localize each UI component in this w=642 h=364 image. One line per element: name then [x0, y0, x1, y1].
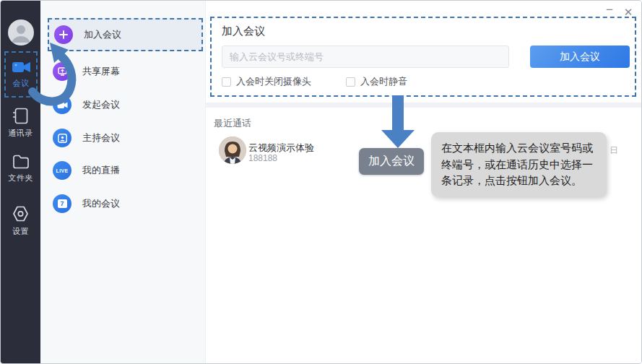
contact-avatar[interactable]: [219, 136, 246, 164]
menu-item-my-meetings[interactable]: 7 我的会议: [48, 187, 203, 220]
video-camera-icon: [53, 95, 71, 114]
sidebar-item-meeting[interactable]: 会议: [4, 51, 38, 98]
recent-call-number: 188188: [248, 153, 277, 163]
woman-portrait-icon: [219, 136, 246, 164]
sidebar-item-label: 文件夹: [8, 173, 33, 183]
main-content: − ✕ 加入会议 加入会议 入会时关闭摄像头 入会时静音 最近通话: [206, 1, 642, 363]
menu-item-label: 我的会议: [82, 197, 120, 210]
host-meeting-icon: [53, 129, 71, 147]
menu-item-my-live[interactable]: LIVE 我的直播: [48, 154, 203, 187]
minimize-button[interactable]: −: [602, 3, 617, 17]
sidebar-item-contacts[interactable]: 通讯录: [1, 108, 40, 139]
screen-share-icon: [53, 62, 71, 81]
calendar-icon-text: 7: [58, 199, 67, 208]
app-window: 会议 通讯录 文件夹 设置: [0, 0, 642, 364]
video-camera-icon: [12, 60, 31, 74]
menu-item-start-meeting[interactable]: 发起会议: [48, 88, 203, 121]
settings-gear-icon: [12, 205, 30, 222]
annotation-join-button[interactable]: 加入会议: [359, 148, 424, 175]
menu-item-share-screen[interactable]: 共享屏幕: [48, 55, 203, 88]
menu-item-label: 共享屏幕: [82, 65, 120, 78]
camera-off-checkbox[interactable]: [222, 77, 231, 87]
sidebar-item-label: 通讯录: [8, 128, 33, 139]
join-meeting-card: 加入会议 加入会议 入会时关闭摄像头 入会时静音: [210, 17, 636, 97]
partially-hidden-date-text: 日: [610, 144, 618, 157]
live-icon-text: LIVE: [56, 168, 69, 173]
menu-item-label: 我的直播: [82, 164, 120, 177]
recent-calls-title: 最近通话: [214, 117, 251, 130]
meeting-menu-panel: 加入会议 共享屏幕 发起会议 主持会议 LIVE 我的直播: [40, 1, 206, 363]
contacts-book-icon: [12, 108, 29, 124]
menu-item-label: 加入会议: [84, 28, 121, 41]
mute-label: 入会时静音: [360, 75, 407, 88]
meeting-number-input[interactable]: [222, 46, 509, 68]
folder-icon: [12, 154, 30, 169]
sidebar-item-settings[interactable]: 设置: [1, 205, 40, 237]
sidebar-item-label: 设置: [12, 226, 29, 237]
section-divider: [206, 103, 642, 108]
menu-item-join-meeting[interactable]: 加入会议: [48, 18, 203, 51]
menu-item-host-meeting[interactable]: 主持会议: [48, 121, 203, 155]
calendar-icon: 7: [53, 194, 71, 213]
page-title: 加入会议: [222, 25, 265, 38]
sidebar-item-label: 会议: [13, 78, 30, 89]
plus-icon: [54, 25, 73, 44]
join-meeting-button[interactable]: 加入会议: [530, 46, 630, 68]
camera-off-label: 入会时关闭摄像头: [236, 75, 311, 88]
mute-checkbox[interactable]: [346, 77, 355, 87]
person-icon: [8, 20, 34, 46]
annotation-down-arrow: [381, 95, 415, 149]
live-icon: LIVE: [53, 161, 71, 180]
join-options-row: 入会时关闭摄像头 入会时静音: [222, 75, 442, 88]
annotation-tooltip: 在文本框内输入云会议室号码或终端号，或在通话历史中选择一条记录，点击按钮加入会议…: [431, 132, 607, 197]
sidebar: 会议 通讯录 文件夹 设置: [1, 1, 40, 363]
menu-item-label: 发起会议: [82, 98, 120, 111]
menu-item-label: 主持会议: [82, 131, 120, 144]
sidebar-item-folder[interactable]: 文件夹: [1, 154, 40, 183]
user-avatar[interactable]: [8, 20, 34, 46]
